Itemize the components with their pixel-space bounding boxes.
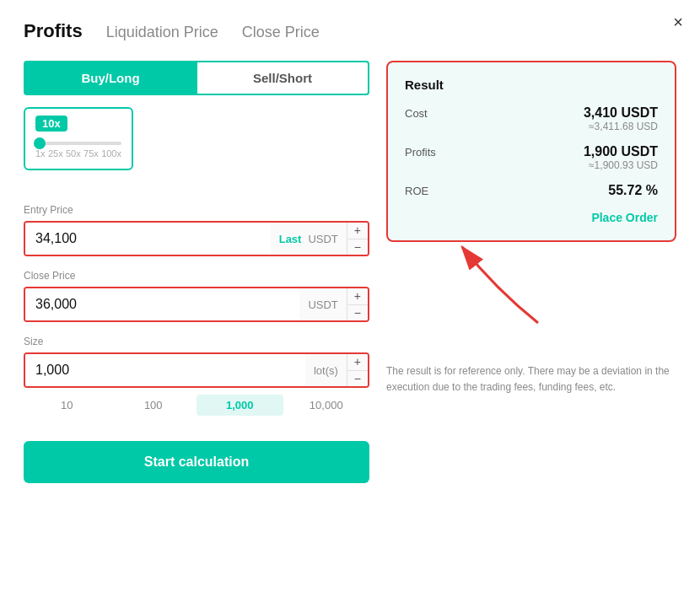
close-price-label: Close Price (24, 270, 369, 282)
size-pick-100[interactable]: 100 (110, 395, 197, 416)
leverage-control[interactable]: 10x 1x 25x 50x 75x 100x (24, 107, 133, 170)
close-price-increment[interactable]: + (347, 288, 368, 305)
profits-main-value: 1,900 USDT (584, 144, 658, 159)
header-tabs: Profits Liquidation Price Close Price (24, 20, 676, 42)
right-panel: Result Cost 3,410 USDT ≈3,411.68 USD Pro… (386, 61, 676, 483)
tab-close-price[interactable]: Close Price (242, 24, 320, 41)
size-increment[interactable]: + (347, 354, 368, 371)
size-group: Size lot(s) + − 10 100 1,000 10,000 (24, 336, 369, 416)
roe-value: 55.72 % (608, 183, 658, 198)
entry-price-unit: Last USDT (271, 223, 347, 255)
lev-25x: 25x (48, 148, 63, 159)
profits-sub-value: ≈1,900.93 USD (584, 159, 658, 171)
lev-100x: 100x (101, 148, 121, 159)
size-pick-10000[interactable]: 10,000 (283, 395, 370, 416)
close-price-input[interactable] (25, 288, 299, 320)
lev-75x: 75x (83, 148, 99, 159)
leverage-track[interactable] (35, 142, 121, 145)
entry-price-group: Entry Price Last USDT + − (24, 204, 369, 256)
size-label: Size (24, 336, 369, 347)
entry-price-input[interactable] (25, 223, 271, 255)
profits-label: Profits (405, 144, 436, 159)
close-price-unit: USDT (299, 288, 346, 320)
toggle-row: Buy/Long Sell/Short (24, 61, 369, 95)
start-calculation-button[interactable]: Start calculation (24, 441, 369, 483)
disclaimer-text: The result is for reference only. There … (386, 363, 676, 395)
size-decrement[interactable]: − (347, 371, 368, 387)
size-unit-label: lot(s) (314, 364, 338, 377)
close-price-input-row: USDT + − (24, 287, 369, 322)
entry-price-input-row: Last USDT + − (24, 221, 369, 256)
cost-label: Cost (405, 105, 428, 120)
close-price-unit-label: USDT (308, 298, 337, 311)
roe-values: 55.72 % (608, 183, 658, 198)
size-input[interactable] (25, 354, 305, 386)
profits-values: 1,900 USDT ≈1,900.93 USD (584, 144, 658, 171)
result-box: Result Cost 3,410 USDT ≈3,411.68 USD Pro… (386, 61, 676, 242)
entry-price-stepper: + − (347, 223, 368, 255)
cost-row: Cost 3,410 USDT ≈3,411.68 USD (405, 105, 658, 132)
size-picks: 10 100 1,000 10,000 (24, 395, 369, 416)
size-unit: lot(s) (305, 354, 347, 386)
result-title: Result (405, 78, 658, 92)
place-order-button[interactable]: Place Order (591, 211, 658, 224)
tab-liquidation-price[interactable]: Liquidation Price (106, 24, 218, 41)
leverage-badge: 10x (35, 116, 67, 132)
tab-profits[interactable]: Profits (24, 20, 83, 42)
profits-row: Profits 1,900 USDT ≈1,900.93 USD (405, 144, 658, 171)
place-order-area: Place Order (405, 210, 658, 225)
close-price-stepper: + − (347, 288, 368, 320)
entry-price-increment[interactable]: + (347, 223, 368, 239)
main-layout: Buy/Long Sell/Short 10x 1x 25x (24, 61, 676, 483)
left-panel: Buy/Long Sell/Short 10x 1x 25x (24, 61, 369, 483)
lev-50x: 50x (66, 148, 81, 159)
arrow-area (386, 255, 676, 357)
buy-long-button[interactable]: Buy/Long (24, 61, 197, 95)
cost-sub-value: ≈3,411.68 USD (584, 121, 658, 132)
close-price-decrement[interactable]: − (347, 305, 368, 321)
roe-row: ROE 55.72 % (405, 183, 658, 198)
size-pick-10[interactable]: 10 (24, 395, 110, 416)
cost-values: 3,410 USDT ≈3,411.68 USD (584, 105, 658, 132)
sell-short-button[interactable]: Sell/Short (197, 61, 369, 95)
cost-main-value: 3,410 USDT (584, 105, 658, 121)
last-badge[interactable]: Last (279, 233, 302, 245)
close-price-group: Close Price USDT + − (24, 270, 369, 322)
leverage-thumb[interactable] (34, 137, 46, 149)
size-input-row: lot(s) + − (24, 352, 369, 388)
size-pick-1000[interactable]: 1,000 (197, 395, 283, 416)
entry-price-decrement[interactable]: − (347, 239, 368, 255)
leverage-slider-wrapper (35, 142, 121, 145)
leverage-section: 10x 1x 25x 50x 75x 100x (24, 107, 369, 187)
entry-price-unit-label: USDT (308, 233, 337, 245)
close-button[interactable]: × (673, 13, 683, 30)
roe-label: ROE (405, 183, 428, 197)
leverage-labels: 1x 25x 50x 75x 100x (35, 148, 121, 159)
lev-1x: 1x (35, 148, 46, 159)
entry-price-label: Entry Price (24, 204, 369, 216)
modal: × Profits Liquidation Price Close Price … (0, 0, 700, 613)
size-stepper: + − (347, 354, 368, 386)
red-arrow-svg (412, 239, 580, 348)
